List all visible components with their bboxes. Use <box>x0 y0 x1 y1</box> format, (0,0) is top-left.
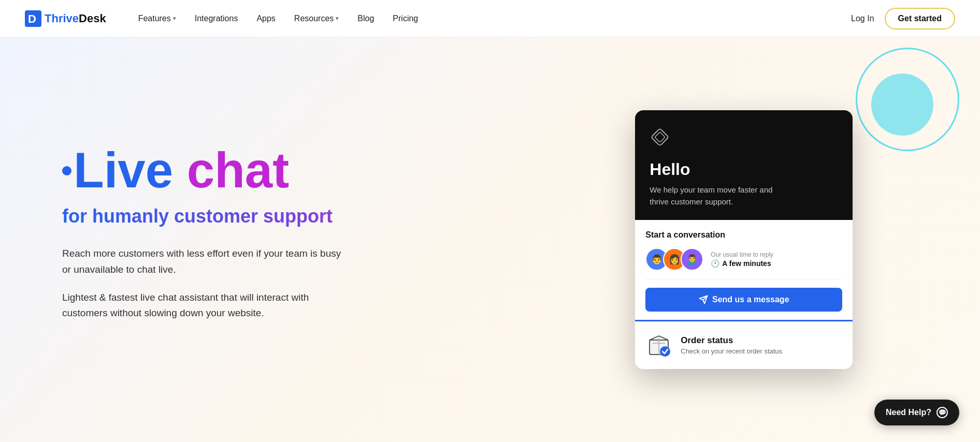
widget-conversation-card: Start a conversation 👨 👩 👨‍🦱 Our usual t… <box>635 220 853 320</box>
get-started-button[interactable]: Get started <box>885 8 955 30</box>
chat-widget: Hello We help your team move faster and … <box>635 110 853 369</box>
chevron-down-icon: ▾ <box>336 15 339 22</box>
widget-conversation-title: Start a conversation <box>645 230 842 240</box>
deco-circle-inner <box>871 73 933 136</box>
widget-tagline: We help your team move faster and thrive… <box>650 184 784 208</box>
reply-time: 🕐 A few minutes <box>711 259 773 268</box>
hero-sub-headline: for humanly customer support <box>62 205 498 227</box>
order-status-card[interactable]: Order status Check on your recent order … <box>635 320 853 369</box>
svg-text:D: D <box>28 12 36 25</box>
send-icon <box>699 295 708 304</box>
reply-info: Our usual time to reply 🕐 A few minutes <box>711 251 773 268</box>
nav-integrations[interactable]: Integrations <box>188 10 246 27</box>
headline-chat: chat <box>187 142 289 198</box>
clock-icon: 🕐 <box>711 259 719 268</box>
divider <box>645 279 842 279</box>
widget-hello: Hello <box>650 160 838 179</box>
order-sub: Check on your recent order status <box>681 347 782 355</box>
headline-live: Live <box>62 142 187 198</box>
widget-agents-row: 👨 👩 👨‍🦱 Our usual time to reply 🕐 A few … <box>645 248 842 271</box>
svg-rect-3 <box>655 132 665 142</box>
nav-links: Features ▾ Integrations Apps Resources ▾… <box>131 10 851 27</box>
hero-desc-2: Lightest & fastest live chat assistant t… <box>62 290 352 321</box>
hero-headline: Live chat <box>62 145 498 195</box>
dot-decoration <box>62 166 71 175</box>
widget-logo <box>650 127 838 150</box>
nav-blog[interactable]: Blog <box>350 10 381 27</box>
hero-desc-1: Reach more customers with less effort ev… <box>62 246 352 277</box>
chevron-down-icon: ▾ <box>173 15 176 22</box>
nav-apps[interactable]: Apps <box>249 10 282 27</box>
send-message-button[interactable]: Send us a message <box>645 288 842 312</box>
order-title: Order status <box>681 335 782 346</box>
login-link[interactable]: Log In <box>851 14 874 23</box>
reply-label: Our usual time to reply <box>711 251 773 258</box>
svg-point-9 <box>660 346 670 357</box>
hero-left: Live chat for humanly customer support R… <box>0 37 539 442</box>
agent-avatars: 👨 👩 👨‍🦱 <box>645 248 703 271</box>
svg-rect-2 <box>651 128 669 146</box>
agent-avatar-3: 👨‍🦱 <box>681 248 703 271</box>
order-icon <box>645 332 672 359</box>
hero-right: Hello We help your team move faster and … <box>539 37 980 442</box>
nav-resources[interactable]: Resources ▾ <box>287 10 346 27</box>
widget-header: Hello We help your team move faster and … <box>635 110 853 220</box>
logo-text: ThriveDesk <box>45 12 106 25</box>
nav-pricing[interactable]: Pricing <box>385 10 425 27</box>
nav-actions: Log In Get started <box>851 8 955 30</box>
order-text: Order status Check on your recent order … <box>681 335 782 355</box>
need-help-button[interactable]: Need Help? 💬 <box>874 400 959 425</box>
logo[interactable]: D ThriveDesk <box>25 10 106 27</box>
nav-features[interactable]: Features ▾ <box>131 10 183 27</box>
hero-section: Live chat for humanly customer support R… <box>0 37 980 442</box>
navbar: D ThriveDesk Features ▾ Integrations App… <box>0 0 980 37</box>
chat-bubble-icon: 💬 <box>936 407 948 418</box>
